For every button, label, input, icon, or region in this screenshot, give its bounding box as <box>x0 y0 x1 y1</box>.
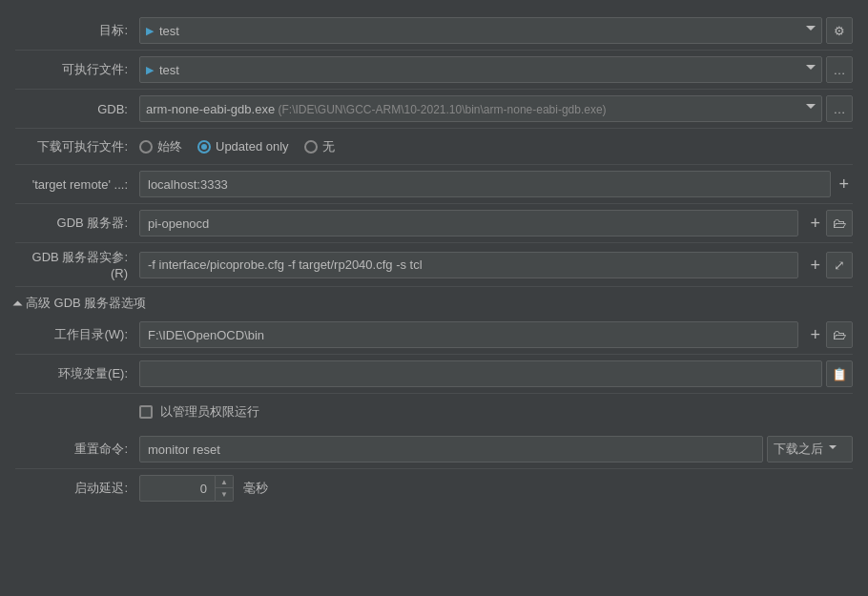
download-radio-never-label: 无 <box>322 138 335 155</box>
target-play-icon: ▶ <box>146 25 154 37</box>
working-dir-control: + 🗁 <box>139 321 853 348</box>
reset-cmd-dropdown-arrow <box>829 445 837 453</box>
executable-control: ▶ test … <box>139 56 853 83</box>
working-dir-plus-button[interactable]: + <box>806 326 824 343</box>
gdb-select[interactable]: arm-none-eabi-gdb.exe (F:\IDE\GUN\GCC-AR… <box>139 95 822 122</box>
reset-cmd-control: 下载之后 <box>139 436 853 462</box>
executable-play-icon: ▶ <box>146 64 154 76</box>
executable-browse-button[interactable]: … <box>826 56 853 83</box>
folder-icon: 🗁 <box>833 216 846 231</box>
env-vars-control: 📋 <box>139 360 853 387</box>
env-vars-doc-button[interactable]: 📋 <box>826 360 853 387</box>
run-as-admin-row: 以管理员权限运行 <box>15 394 853 430</box>
gdb-server-label: GDB 服务器: <box>15 215 139 232</box>
advanced-section-label: 高级 GDB 服务器选项 <box>26 295 146 312</box>
ellipsis-icon: … <box>834 63 846 77</box>
ellipsis-icon2: … <box>834 102 846 116</box>
startup-delay-control: ▲ ▼ 毫秒 <box>139 475 853 502</box>
download-radio-updated-label: Updated only <box>216 139 289 154</box>
startup-delay-row: 启动延迟: ▲ ▼ 毫秒 <box>15 469 853 507</box>
env-vars-label: 环境变量(E): <box>15 365 139 382</box>
gdb-server-args-label: GDB 服务器实参:(R) <box>15 249 139 280</box>
target-dropdown-arrow <box>806 26 816 35</box>
target-remote-row: 'target remote' ...: + <box>15 165 853 204</box>
download-label: 下载可执行文件: <box>15 138 139 155</box>
target-remote-label: 'target remote' ...: <box>15 177 139 192</box>
download-radio-updated[interactable]: Updated only <box>197 139 289 154</box>
download-radio-always-label: 始终 <box>157 138 182 155</box>
working-dir-label: 工作目录(W): <box>15 326 139 343</box>
section-triangle-icon <box>13 301 23 306</box>
gdb-server-args-control: + ⤢ <box>139 252 853 278</box>
advanced-section-header[interactable]: 高级 GDB 服务器选项 <box>15 287 853 316</box>
startup-delay-spinner: ▲ ▼ <box>139 475 234 502</box>
target-row: 目标: ▶ test ⚙ <box>15 11 853 51</box>
gdb-server-args-plus-button[interactable]: + <box>806 257 824 274</box>
download-row: 下载可执行文件: 始终 Updated only 无 <box>15 129 853 165</box>
startup-delay-label: 启动延迟: <box>15 480 139 497</box>
gdb-server-input[interactable] <box>139 210 798 236</box>
working-dir-folder-button[interactable]: 🗁 <box>826 321 853 348</box>
gdb-server-folder-button[interactable]: 🗁 <box>826 210 853 236</box>
startup-delay-down-button[interactable]: ▼ <box>216 488 233 501</box>
reset-cmd-label: 重置命令: <box>15 441 139 458</box>
target-select[interactable]: ▶ test <box>139 17 822 44</box>
gdb-server-control: + 🗁 <box>139 210 853 236</box>
reset-cmd-when-select[interactable]: 下载之后 <box>767 436 853 462</box>
gdb-server-buttons: + 🗁 <box>806 210 853 236</box>
gdb-path: (F:\IDE\GUN\GCC-ARM\10-2021.10\bin\arm-n… <box>275 103 606 116</box>
executable-dropdown-arrow <box>806 65 816 74</box>
download-radio-updated-inner <box>201 144 207 150</box>
download-radio-never-outer <box>304 140 318 154</box>
gdb-server-args-buttons: + ⤢ <box>806 252 853 278</box>
gdb-dropdown-arrow <box>806 104 816 113</box>
target-remote-plus-button[interactable]: + <box>835 175 853 193</box>
gdb-browse-button[interactable]: … <box>826 95 853 122</box>
doc-icon: 📋 <box>832 367 847 381</box>
reset-cmd-when-value: 下载之后 <box>774 441 823 458</box>
target-gear-button[interactable]: ⚙ <box>826 17 853 44</box>
target-remote-control: + <box>139 171 853 197</box>
run-as-admin-checkbox-box <box>139 405 153 419</box>
download-radio-never[interactable]: 无 <box>304 138 335 155</box>
download-radio-updated-outer <box>197 140 211 154</box>
gdb-row: GDB: arm-none-eabi-gdb.exe (F:\IDE\GUN\G… <box>15 90 853 129</box>
expand-icon: ⤢ <box>834 257 845 273</box>
startup-delay-arrows: ▲ ▼ <box>216 475 234 502</box>
gdb-server-args-expand-button[interactable]: ⤢ <box>826 252 853 278</box>
env-vars-row: 环境变量(E): 📋 <box>15 355 853 394</box>
target-label: 目标: <box>15 22 139 39</box>
gdb-server-plus-button[interactable]: + <box>806 215 824 232</box>
gdb-exe: arm-none-eabi-gdb.exe <box>146 102 275 116</box>
working-dir-input[interactable] <box>139 321 798 348</box>
reset-cmd-row: 重置命令: 下载之后 <box>15 430 853 469</box>
gdb-server-args-row: GDB 服务器实参:(R) + ⤢ <box>15 243 853 287</box>
gdb-label: GDB: <box>15 102 139 116</box>
gear-icon: ⚙ <box>834 24 845 38</box>
run-as-admin-checkbox[interactable]: 以管理员权限运行 <box>139 403 259 421</box>
target-remote-input[interactable] <box>139 171 831 197</box>
gdb-server-row: GDB 服务器: + 🗁 <box>15 204 853 243</box>
working-dir-row: 工作目录(W): + 🗁 <box>15 316 853 355</box>
executable-row: 可执行文件: ▶ test … <box>15 51 853 90</box>
run-as-admin-label: 以管理员权限运行 <box>160 403 259 421</box>
download-radio-always-outer <box>139 140 153 154</box>
download-control: 始终 Updated only 无 <box>139 138 853 155</box>
download-radio-always[interactable]: 始终 <box>139 138 182 155</box>
startup-delay-input[interactable] <box>139 475 216 502</box>
download-radio-group: 始终 Updated only 无 <box>139 138 335 155</box>
executable-select[interactable]: ▶ test <box>139 56 822 83</box>
env-vars-input[interactable] <box>139 360 822 387</box>
target-value: test <box>159 24 806 38</box>
executable-value: test <box>159 63 806 77</box>
target-control: ▶ test ⚙ <box>139 17 853 44</box>
reset-cmd-input[interactable] <box>139 436 763 462</box>
gdb-control: arm-none-eabi-gdb.exe (F:\IDE\GUN\GCC-AR… <box>139 95 853 122</box>
startup-delay-unit: 毫秒 <box>243 480 268 497</box>
gdb-server-args-input[interactable] <box>139 252 798 278</box>
executable-label: 可执行文件: <box>15 61 139 78</box>
working-dir-buttons: + 🗁 <box>806 321 853 348</box>
folder-icon2: 🗁 <box>833 327 846 342</box>
gdb-value: arm-none-eabi-gdb.exe (F:\IDE\GUN\GCC-AR… <box>146 102 806 116</box>
startup-delay-up-button[interactable]: ▲ <box>216 476 233 488</box>
